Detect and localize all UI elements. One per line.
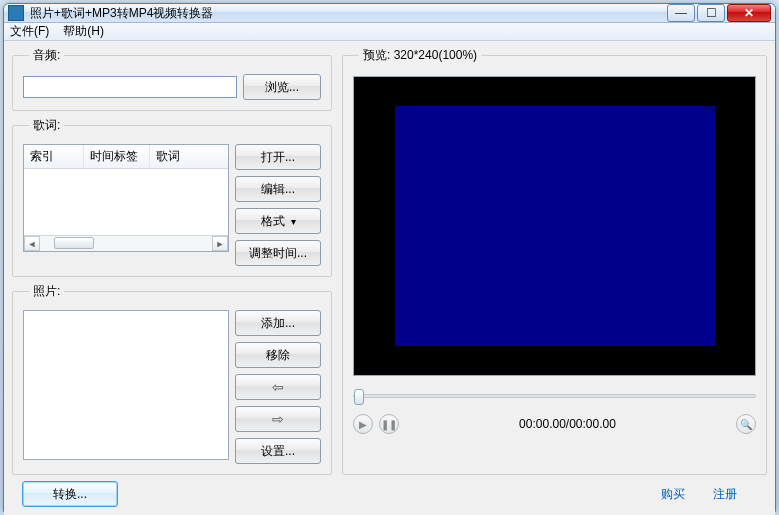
lyrics-header: 索引 时间标签 歌词 xyxy=(24,145,228,169)
photos-settings-button[interactable]: 设置... xyxy=(235,438,321,464)
lyrics-format-label: 格式 xyxy=(261,213,285,230)
scroll-thumb[interactable] xyxy=(54,237,94,249)
menu-help[interactable]: 帮助(H) xyxy=(63,23,104,40)
preview-canvas xyxy=(353,76,756,376)
audio-browse-button[interactable]: 浏览... xyxy=(243,74,321,100)
titlebar[interactable]: 照片+歌词+MP3转MP4视频转换器 — ☐ ✕ xyxy=(4,4,775,23)
audio-group: 音频: 浏览... xyxy=(12,47,332,111)
minimize-button[interactable]: — xyxy=(667,4,695,22)
seek-slider[interactable] xyxy=(353,386,756,406)
seek-thumb[interactable] xyxy=(354,389,364,405)
photos-moveup-button[interactable]: ⇦ xyxy=(235,374,321,400)
lyrics-edit-button[interactable]: 编辑... xyxy=(235,176,321,202)
lyrics-list[interactable]: 索引 时间标签 歌词 ◄ ► xyxy=(23,144,229,252)
photos-add-button[interactable]: 添加... xyxy=(235,310,321,336)
scroll-left-icon[interactable]: ◄ xyxy=(24,236,40,251)
photos-group: 照片: 添加... 移除 ⇦ ⇨ 设置... xyxy=(12,283,332,475)
lyrics-adjust-button[interactable]: 调整时间... xyxy=(235,240,321,266)
buy-link[interactable]: 购买 xyxy=(661,486,685,503)
pause-button[interactable]: ❚❚ xyxy=(379,414,399,434)
play-button[interactable]: ▶ xyxy=(353,414,373,434)
lyrics-group: 歌词: 索引 时间标签 歌词 ◄ ► xyxy=(12,117,332,277)
playback-controls: ▶ ❚❚ 00:00.00/00:00.00 🔍 xyxy=(353,414,756,434)
col-lyric[interactable]: 歌词 xyxy=(150,145,228,168)
zoom-icon[interactable]: 🔍 xyxy=(736,414,756,434)
lyrics-list-body[interactable] xyxy=(24,169,228,235)
preview-video-frame xyxy=(395,106,715,346)
lyrics-open-button[interactable]: 打开... xyxy=(235,144,321,170)
window-buttons: — ☐ ✕ xyxy=(667,4,771,22)
window-title: 照片+歌词+MP3转MP4视频转换器 xyxy=(30,5,667,22)
col-index[interactable]: 索引 xyxy=(24,145,84,168)
photos-remove-button[interactable]: 移除 xyxy=(235,342,321,368)
maximize-button[interactable]: ☐ xyxy=(697,4,725,22)
lyrics-hscroll[interactable]: ◄ ► xyxy=(24,235,228,251)
bottom-bar: 转换... 购买 注册 xyxy=(12,475,767,511)
timecode: 00:00.00/00:00.00 xyxy=(405,417,730,431)
convert-button[interactable]: 转换... xyxy=(22,481,118,507)
photos-list[interactable] xyxy=(23,310,229,460)
photos-legend: 照片: xyxy=(29,283,64,300)
preview-legend: 预览: 320*240(100%) xyxy=(359,47,481,64)
audio-legend: 音频: xyxy=(29,47,64,64)
menu-file[interactable]: 文件(F) xyxy=(10,23,49,40)
audio-path-input[interactable] xyxy=(23,76,237,98)
arrow-right-icon: ⇨ xyxy=(272,411,284,427)
col-timetag[interactable]: 时间标签 xyxy=(84,145,150,168)
scroll-track[interactable] xyxy=(40,236,212,251)
lyrics-legend: 歌词: xyxy=(29,117,64,134)
arrow-left-icon: ⇦ xyxy=(272,379,284,395)
scroll-right-icon[interactable]: ► xyxy=(212,236,228,251)
app-icon xyxy=(8,5,24,21)
content-area: 音频: 浏览... 歌词: 索引 时间标签 歌词 xyxy=(4,41,775,515)
close-button[interactable]: ✕ xyxy=(727,4,771,22)
lyrics-format-button[interactable]: 格式▾ xyxy=(235,208,321,234)
preview-group: 预览: 320*240(100%) ▶ ❚❚ 00:00.00/00:00.00… xyxy=(342,47,767,475)
app-window: 照片+歌词+MP3转MP4视频转换器 — ☐ ✕ 文件(F) 帮助(H) 音频:… xyxy=(3,3,776,512)
register-link[interactable]: 注册 xyxy=(713,486,737,503)
chevron-down-icon: ▾ xyxy=(291,216,296,227)
photos-movedown-button[interactable]: ⇨ xyxy=(235,406,321,432)
menubar: 文件(F) 帮助(H) xyxy=(4,23,775,41)
